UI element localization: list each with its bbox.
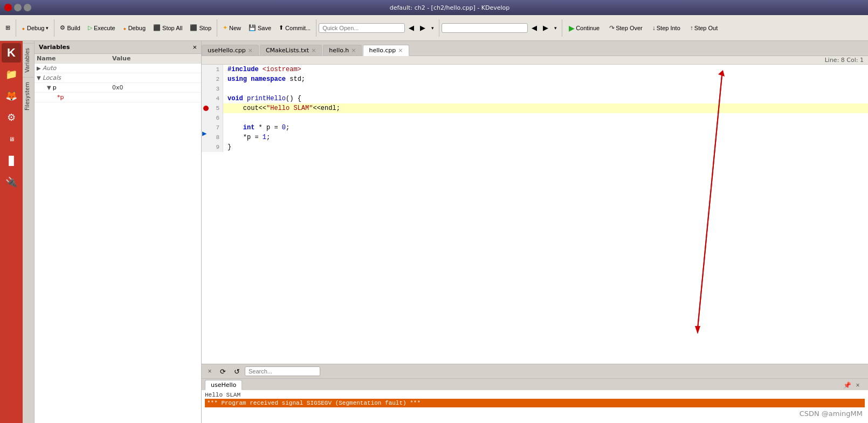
tree-item-p[interactable]: p 0x0 [35, 83, 201, 93]
main-area: K 📁 🦊 ⚙ 🖥 ▐▌ 🔌 Variables Filesystem Vari… [0, 41, 868, 423]
code-content-3[interactable] [223, 84, 868, 94]
tab-hellocpp-close[interactable]: × [398, 47, 403, 54]
window-close-button[interactable] [4, 4, 12, 11]
tab-cmakelists-label: CMakeLists.txt [266, 47, 309, 54]
tab-helloh-label: hello.h [329, 47, 349, 54]
sidebar-tab-variables[interactable]: Variables [23, 43, 34, 77]
filesystem-button[interactable]: 🖥 [2, 129, 21, 149]
debug-button[interactable]: ⬥ Debug ▾ [18, 23, 52, 33]
code-content-2[interactable]: using namespace std; [223, 74, 868, 84]
build-label: Build [67, 25, 80, 31]
debug-run-label: Debug [128, 25, 146, 31]
refresh-icon: ⟳ [220, 367, 226, 376]
step-out-icon: ↑ [690, 24, 693, 32]
tree-item-deref-p[interactable]: *p [35, 93, 201, 102]
code-content-7[interactable]: int * p = 0; [223, 123, 868, 133]
execute-button[interactable]: ▷ Execute [85, 23, 119, 33]
tree-item-locals[interactable]: Locals [35, 73, 201, 83]
nav-dropdown-button[interactable]: ▾ [429, 24, 437, 32]
nav-back-button[interactable]: ◀ [406, 22, 417, 33]
filesystem-icon: 🖥 [9, 136, 15, 142]
nav2-forward-button[interactable]: ▶ [540, 22, 551, 33]
stop-button[interactable]: ⬛ Stop [187, 23, 215, 33]
build-icon: ⚙ [60, 24, 65, 31]
sidebar-tab-filesystem[interactable]: Filesystem [23, 77, 34, 115]
code-line-3: 3 [202, 84, 868, 94]
tab-helloh-close[interactable]: × [351, 47, 356, 54]
line-number-4: 4 [202, 94, 223, 103]
step-over-button[interactable]: ↷ Step Over [605, 23, 647, 33]
browser-button[interactable]: 🦊 [2, 86, 21, 106]
grid-button[interactable]: ⊞ [2, 23, 13, 33]
bottom-refresh-button[interactable]: ⟳ [217, 365, 229, 377]
new-button[interactable]: ✦ New [219, 23, 244, 33]
save-button[interactable]: 💾 Save [245, 23, 274, 33]
stop-all-button[interactable]: ⬛ Stop All [150, 23, 185, 33]
tab-cmakelists[interactable]: CMakeLists.txt × [260, 45, 322, 56]
bottom-panel-close[interactable]: × [205, 366, 215, 376]
continue-button[interactable]: ▶ Continue [564, 22, 604, 34]
tab-hellocpp-label: hello.cpp [369, 47, 396, 54]
terminal-button[interactable]: ▐▌ [2, 151, 21, 170]
code-content-6[interactable] [223, 113, 868, 123]
code-content-8[interactable]: *p = 1; [223, 133, 868, 142]
console-pin-button[interactable]: 📌 [842, 380, 852, 390]
grid-icon: ⊞ [5, 24, 10, 31]
nav-forward-button[interactable]: ▶ [417, 22, 428, 33]
execute-label: Execute [94, 25, 115, 31]
function-input[interactable]: printHello() [442, 23, 528, 33]
bottom-close-buttons: 📌 × [842, 380, 865, 390]
auto-expand-arrow[interactable] [37, 65, 41, 71]
line-number-2: 2 [202, 74, 223, 84]
window-maximize-button[interactable] [24, 4, 31, 11]
console-close-button[interactable]: × [853, 380, 863, 390]
build-button[interactable]: ⚙ Build [57, 23, 83, 33]
file-manager-button[interactable]: 📁 [2, 65, 21, 84]
settings-button[interactable]: ⚙ [2, 108, 21, 127]
close-panel-icon: × [208, 367, 211, 375]
step-into-button[interactable]: ↓ Step Into [648, 23, 685, 33]
status-bar-top: Line: 8 Col: 1 [202, 56, 868, 65]
tab-cmakelists-close[interactable]: × [311, 47, 316, 54]
tab-usehello-close[interactable]: × [248, 47, 253, 54]
console-line-error: *** Program received signal SIGSEGV (Seg… [205, 399, 865, 407]
code-content-1[interactable]: #include <iostream> [223, 65, 868, 74]
step-out-button[interactable]: ↑ Step Out [686, 23, 722, 33]
commit-button[interactable]: ⬆ Commit... [275, 23, 314, 33]
p-expand-arrow[interactable] [47, 85, 51, 91]
debug-run-button[interactable]: ⬥ Debug [120, 23, 149, 33]
variables-close-button[interactable]: × [192, 43, 197, 51]
sidebar-tab-panel: Variables Filesystem [23, 41, 35, 423]
nav2-dropdown-button[interactable]: ▾ [552, 24, 560, 32]
new-label: New [229, 25, 241, 31]
tab-helloh[interactable]: hello.h × [323, 45, 362, 56]
quick-open-input[interactable] [319, 23, 405, 33]
title-bar: default: ch2 - [ch2/hello.cpp] - KDevelo… [0, 0, 868, 15]
console-tab-label: useHello [211, 382, 236, 389]
code-line-8: ▶ 8 *p = 1; [202, 133, 868, 142]
code-content-9[interactable]: } [223, 142, 868, 152]
variables-panel: Variables × Name Value Auto Locals [35, 41, 202, 423]
nav2-back-button[interactable]: ◀ [529, 22, 540, 33]
window-controls [4, 4, 31, 11]
code-editor[interactable]: 1 #include <iostream> 2 using namespace … [202, 65, 868, 364]
window-minimize-button[interactable] [14, 4, 22, 11]
tab-usehello[interactable]: useHello.cpp × [202, 45, 259, 56]
step-out-label: Step Out [694, 25, 718, 31]
var-p-name: p [53, 84, 57, 91]
code-content-5[interactable]: cout<<"Hello SLAM"<<endl; [223, 103, 868, 113]
tree-item-auto[interactable]: Auto [35, 64, 201, 73]
bottom-search-input[interactable] [245, 366, 320, 376]
kdevelop-logo-button[interactable]: K [2, 43, 21, 63]
col-name-header: Name [37, 55, 112, 62]
debug-run-icon: ⬥ [123, 25, 127, 31]
console-tab-usehello[interactable]: useHello [205, 380, 242, 390]
toolbar-separator-4 [316, 19, 316, 37]
plugin-button[interactable]: 🔌 [2, 172, 21, 192]
save-icon: 💾 [249, 24, 256, 31]
code-content-4[interactable]: void printHello() { [223, 94, 868, 103]
bottom-clear-button[interactable]: ↺ [231, 365, 243, 377]
nav-cluster: ◀ ▶ ▾ [406, 22, 437, 33]
tab-hellocpp[interactable]: hello.cpp × [363, 45, 409, 56]
locals-expand-arrow[interactable] [37, 75, 41, 81]
